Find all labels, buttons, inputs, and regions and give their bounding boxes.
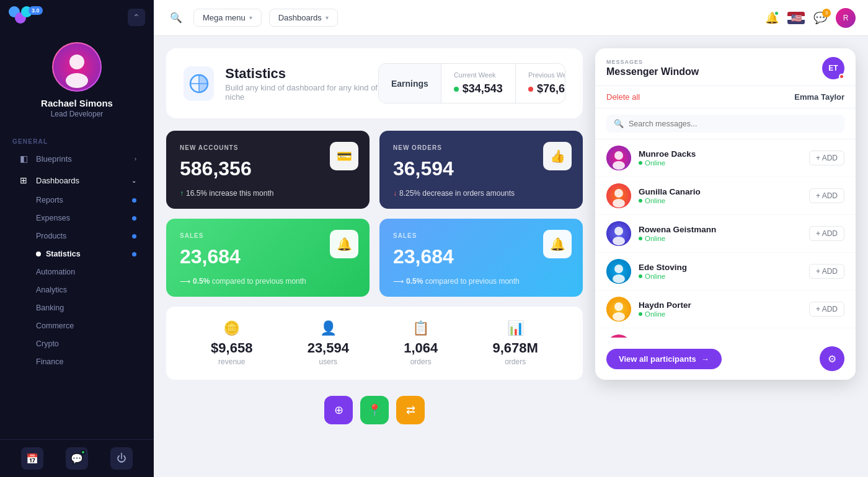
sidebar-item-banking[interactable]: Banking [5, 299, 149, 317]
expenses-label: Expenses [36, 214, 70, 222]
transfer-action-button[interactable]: ⇄ [396, 396, 425, 424]
view-all-bar: View all participants → ⚙ [595, 338, 856, 380]
sidebar-item-blueprints[interactable]: ◧ Blueprints › [5, 148, 149, 169]
products-label: Products [36, 232, 66, 240]
message-search-wrap: 🔍 [595, 108, 856, 139]
blueprints-label: Blueprints [36, 154, 72, 164]
hero-icon [184, 66, 214, 101]
dashboards-label: Dashboards [36, 176, 79, 185]
orders-label: orders [410, 357, 432, 366]
sidebar-top: 3.0 ⌃ Rachael Simons Lead Deve [0, 0, 154, 131]
banking-label: Banking [36, 304, 64, 312]
orders2-value: 9,678M [492, 340, 538, 356]
calendar-button[interactable]: 📅 [21, 447, 43, 470]
sales-blue-trend: ⟶ 0.5% compared to previous month [393, 277, 569, 286]
metric-row: 🪙 $9,658 revenue 👤 23,594 users 📋 1,064 … [166, 307, 583, 380]
munroe-add-button[interactable]: + ADD [809, 151, 844, 165]
sidebar-item-crypto[interactable]: Crypto [5, 335, 149, 352]
previous-week-label: Previous Week [528, 71, 565, 79]
active-user-avatar: ET [822, 57, 844, 79]
sidebar-item-commerce[interactable]: Commerce [5, 317, 149, 335]
svg-point-7 [614, 151, 623, 160]
ede-name: Ede Stoving [639, 263, 802, 272]
contacts-list: Munroe Dacks Online + ADD Gunilla Canari… [595, 139, 856, 338]
munroe-name: Munroe Dacks [639, 149, 802, 159]
svg-point-16 [614, 265, 623, 273]
sidebar-item-dashboards[interactable]: ⊞ Dashboards ⌄ [5, 170, 149, 191]
rowena-add-button[interactable]: + ADD [809, 226, 844, 241]
ede-info: Ede Stoving Online [639, 263, 802, 280]
dashboards-menu-label: Dashboards [278, 13, 322, 22]
contact-rueben[interactable]: Rueben Hays Online [595, 328, 856, 338]
sidebar-item-reports[interactable]: Reports [5, 191, 149, 209]
location-action-button[interactable]: 📍 [360, 396, 389, 424]
notifications-button[interactable]: 🔔 [765, 11, 779, 25]
dashboards-menu-button[interactable]: Dashboards ▾ [269, 9, 338, 27]
logo: 3.0 [9, 6, 36, 28]
notifications-dot [774, 11, 779, 16]
sidebar-item-expenses[interactable]: Expenses [5, 209, 149, 227]
user-avatar-topbar[interactable]: R [836, 8, 856, 28]
mega-menu-button[interactable]: Mega menu ▾ [193, 9, 262, 27]
left-column: Statistics Build any kind of dashboard f… [166, 48, 583, 431]
mega-menu-label: Mega menu [203, 13, 246, 22]
rowena-online-dot [639, 237, 642, 240]
orders2-label: orders [505, 357, 526, 366]
contact-gunilla[interactable]: Gunilla Canario Online + ADD [595, 177, 856, 215]
stat-card-sales-green: SALES 23,684 🔔 ⟶ 0.5% compared to previo… [166, 219, 370, 297]
munroe-avatar [606, 146, 631, 170]
metric-revenue: 🪙 $9,658 revenue [211, 320, 252, 366]
chat-button[interactable]: 💬 [66, 447, 88, 470]
rowena-name: Rowena Geistmann [639, 225, 802, 234]
haydn-avatar [606, 297, 631, 322]
gunilla-add-button[interactable]: + ADD [809, 188, 844, 203]
view-all-label: View all participants [619, 354, 696, 364]
stats-grid: NEW ACCOUNTS 586,356 💳 ↑ 16.5% increase … [166, 131, 583, 297]
view-all-participants-button[interactable]: View all participants → [606, 349, 722, 369]
sidebar: 3.0 ⌃ Rachael Simons Lead Deve [0, 0, 154, 477]
ede-online-dot [639, 274, 642, 278]
trend-arrow-up: ↑ [180, 189, 184, 198]
action-buttons-row: ⊕ 📍 ⇄ [166, 390, 583, 431]
automation-label: Automation [36, 268, 75, 276]
sidebar-item-finance[interactable]: Finance [5, 353, 149, 370]
sidebar-item-products[interactable]: Products [5, 227, 149, 245]
new-orders-trend: ↓ 8.25% decrease in orders amounts [393, 189, 569, 198]
language-flag[interactable]: 🇺🇸 [787, 12, 805, 24]
contact-munroe[interactable]: Munroe Dacks Online + ADD [595, 139, 856, 177]
settings-round-button[interactable]: ⚙ [820, 346, 844, 371]
sidebar-bottom: 📅 💬 ⏻ [0, 439, 154, 477]
main-content: 🔍 Mega menu ▾ Dashboards ▾ 🔔 🇺🇸 💬 3 R [154, 0, 868, 477]
svg-point-8 [613, 161, 625, 170]
haydn-add-button[interactable]: + ADD [809, 302, 844, 317]
stat-card-sales-blue: SALES 23,684 🔔 ⟶ 0.5% compared to previo… [379, 219, 583, 297]
power-button[interactable]: ⏻ [110, 447, 133, 470]
ede-add-button[interactable]: + ADD [809, 264, 844, 279]
sidebar-item-statistics[interactable]: Statistics [5, 245, 149, 263]
contact-rowena[interactable]: Rowena Geistmann Online + ADD [595, 215, 856, 253]
munroe-status: Online [639, 159, 802, 167]
sidebar-item-automation[interactable]: Automation [5, 263, 149, 281]
view-all-arrow: → [701, 354, 709, 364]
collapse-sidebar-button[interactable]: ⌃ [128, 9, 145, 26]
messages-label: MESSAGES [606, 59, 699, 65]
sidebar-item-analytics[interactable]: Analytics [5, 281, 149, 299]
munroe-online-dot [639, 161, 642, 165]
contact-ede[interactable]: Ede Stoving Online + ADD [595, 253, 856, 291]
ede-status: Online [639, 273, 802, 280]
chat-notification-dot [81, 450, 86, 455]
messenger-header: MESSAGES Messenger Window ET [595, 48, 856, 86]
user-role: Lead Developer [51, 110, 104, 118]
contact-haydn[interactable]: Haydn Porter Online + ADD [595, 291, 856, 328]
previous-week-col: Previous Week $76,645 [516, 64, 565, 103]
metric-users: 👤 23,594 users [308, 320, 349, 366]
products-dot [132, 234, 136, 239]
messages-button[interactable]: 💬 3 [813, 11, 827, 25]
delete-all-button[interactable]: Delete all [606, 92, 640, 102]
message-search-input[interactable] [629, 120, 837, 128]
add-action-button[interactable]: ⊕ [324, 396, 353, 424]
gunilla-name: Gunilla Canario [639, 187, 802, 196]
sales-blue-icon: 🔔 [543, 230, 572, 258]
search-button[interactable]: 🔍 [166, 8, 186, 27]
mega-menu-chevron: ▾ [249, 14, 252, 21]
